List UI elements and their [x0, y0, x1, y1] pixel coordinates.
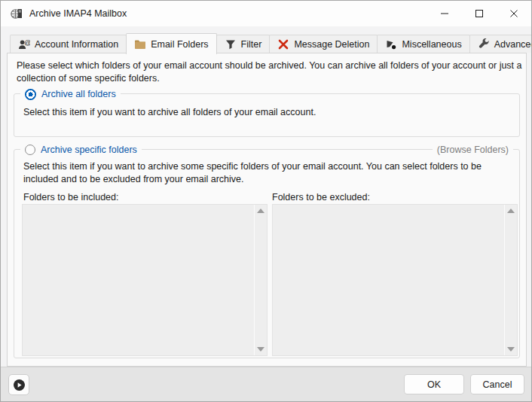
archive-all-folders-description: Select this item if you want to archive …: [23, 106, 512, 119]
play-button[interactable]: [8, 374, 29, 395]
cancel-button[interactable]: Cancel: [470, 374, 524, 394]
tab-label: Advanced: [494, 39, 532, 50]
email-folder-icon: [134, 38, 146, 50]
archive-all-folders-legend: Archive all folders: [20, 87, 121, 101]
browse-folders-link[interactable]: (Browse Folders): [433, 143, 513, 157]
email-folders-tab-panel: Please select which folders of your emai…: [7, 53, 527, 367]
scroll-down-icon[interactable]: [507, 347, 515, 352]
scroll-up-icon[interactable]: [507, 209, 515, 213]
included-folders-label: Folders to be included:: [23, 192, 118, 203]
intro-text: Please select which folders of your emai…: [17, 59, 523, 85]
red-x-icon: [277, 38, 289, 50]
tab-miscellaneous[interactable]: Miscellaneous: [377, 35, 469, 53]
tab-strip: @ Account Information Email Folders Filt…: [10, 32, 525, 53]
play-icon: [13, 379, 26, 391]
archive-all-folders-group: Archive all folders Select this item if …: [14, 93, 520, 137]
titlebar: Archive IMAP4 Mailbox: [1, 1, 531, 26]
window-controls: [427, 1, 531, 26]
archive-specific-folders-radio[interactable]: [25, 145, 35, 155]
shapes-icon: [385, 38, 397, 50]
archive-all-folders-radio[interactable]: [25, 89, 36, 100]
tab-message-deletion[interactable]: Message Deletion: [269, 35, 378, 53]
tab-filter[interactable]: Filter: [216, 35, 271, 53]
archive-specific-folders-legend: Archive specific folders: [20, 143, 142, 157]
tab-label: Miscellaneous: [402, 39, 461, 50]
window-title: Archive IMAP4 Mailbox: [29, 1, 127, 26]
tab-email-folders[interactable]: Email Folders: [126, 33, 216, 54]
tab-label: Filter: [241, 39, 262, 50]
excluded-folders-listbox[interactable]: [272, 204, 518, 356]
included-listbox-scrollbar[interactable]: [254, 205, 267, 355]
excluded-folders-label: Folders to be excluded:: [272, 192, 370, 203]
account-info-icon: @: [18, 38, 30, 50]
tab-label: Email Folders: [151, 39, 208, 50]
archive-imap4-mailbox-dialog: Archive IMAP4 Mailbox @ Account Informat…: [0, 0, 532, 402]
wrench-icon: [478, 38, 490, 50]
close-button[interactable]: [497, 1, 531, 26]
archive-specific-folders-group: Archive specific folders (Browse Folders…: [14, 149, 520, 358]
tab-label: Message Deletion: [294, 39, 369, 50]
excluded-listbox-scrollbar[interactable]: [504, 205, 517, 355]
app-icon: [10, 7, 23, 20]
ok-button[interactable]: OK: [404, 374, 464, 394]
filter-funnel-icon: [225, 38, 237, 50]
tab-advanced[interactable]: Advanced: [469, 35, 532, 53]
archive-all-folders-label[interactable]: Archive all folders: [41, 89, 116, 99]
minimize-button[interactable]: [427, 1, 462, 26]
archive-specific-folders-description: Select this item if you want to archive …: [23, 160, 513, 186]
tab-label: Account Information: [35, 39, 118, 50]
scroll-up-icon[interactable]: [257, 209, 264, 213]
archive-specific-folders-label[interactable]: Archive specific folders: [41, 145, 137, 155]
scroll-down-icon[interactable]: [257, 347, 264, 352]
included-folders-listbox[interactable]: [22, 204, 268, 356]
maximize-button[interactable]: [462, 1, 497, 26]
footer-bar: OK Cancel: [1, 367, 531, 401]
tab-account-information[interactable]: @ Account Information: [10, 35, 127, 53]
svg-text:@: @: [24, 38, 30, 46]
